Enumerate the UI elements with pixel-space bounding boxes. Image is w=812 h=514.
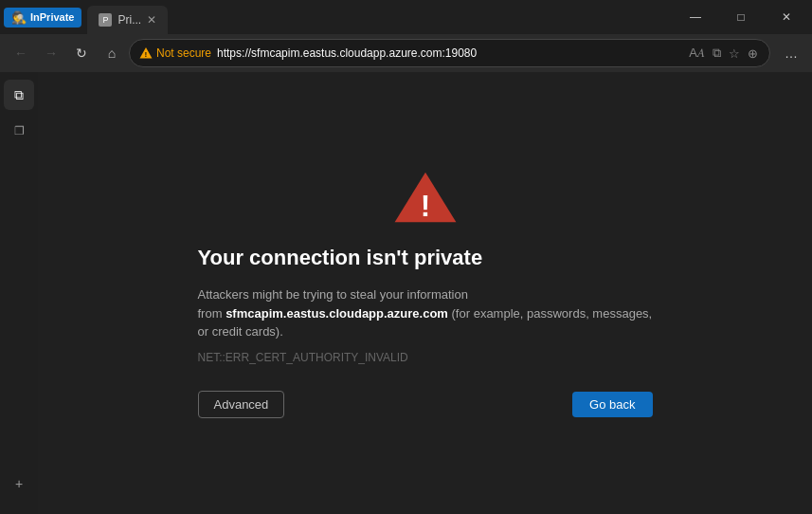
error-actions: Advanced Go back bbox=[198, 391, 653, 418]
tab-close-button[interactable]: ✕ bbox=[147, 13, 156, 27]
home-button[interactable]: ⌂ bbox=[99, 40, 125, 66]
tab-bar: 🕵 InPrivate P Pri... ✕ — □ ✕ bbox=[0, 0, 812, 34]
error-description: Attackers might be trying to steal your … bbox=[198, 285, 653, 341]
sidebar-add-button[interactable]: + bbox=[4, 468, 34, 499]
maximize-button[interactable]: □ bbox=[719, 2, 763, 32]
back-button[interactable]: ← bbox=[8, 40, 34, 66]
collections-icon[interactable]: ⊕ bbox=[746, 45, 760, 63]
tab-favicon: P bbox=[99, 13, 112, 27]
warning-triangle-icon: ! bbox=[392, 168, 459, 227]
url-text: https://sfmcapim.eastus.cloudapp.azure.c… bbox=[217, 46, 681, 60]
browser-tab[interactable]: P Pri... ✕ bbox=[87, 6, 168, 34]
tabs-icon: ⧉ bbox=[14, 87, 24, 103]
nav-actions: … bbox=[778, 40, 804, 66]
refresh-button[interactable]: ↻ bbox=[68, 40, 95, 66]
window-icon: ❐ bbox=[14, 124, 25, 138]
read-aloud-icon[interactable]: A​𝐴 bbox=[687, 44, 707, 63]
sidebar: ⧉ ❐ + bbox=[0, 72, 38, 514]
forward-button[interactable]: → bbox=[38, 40, 64, 66]
security-warning: ! Not secure bbox=[139, 46, 211, 60]
error-code: NET::ERR_CERT_AUTHORITY_INVALID bbox=[198, 351, 408, 364]
error-domain: sfmcapim.eastus.cloudapp.azure.com bbox=[226, 306, 448, 321]
address-bar[interactable]: ! Not secure https://sfmcapim.eastus.clo… bbox=[129, 39, 770, 67]
main-area: ⧉ ❐ + ! Your connection isn't private At… bbox=[0, 72, 812, 514]
nav-bar: ← → ↻ ⌂ ! Not secure https://sfmcapim.ea… bbox=[0, 34, 812, 72]
more-tools-button[interactable]: … bbox=[778, 40, 804, 66]
split-screen-icon[interactable]: ⧉ bbox=[711, 44, 723, 63]
svg-text:!: ! bbox=[145, 51, 147, 58]
favorites-icon[interactable]: ☆ bbox=[727, 45, 742, 63]
sidebar-windows-icon[interactable]: ❐ bbox=[4, 116, 34, 146]
address-icons: A​𝐴 ⧉ ☆ ⊕ bbox=[687, 44, 760, 63]
warning-icon: ! bbox=[139, 46, 153, 60]
go-back-button[interactable]: Go back bbox=[572, 392, 652, 417]
browser-chrome: 🕵 InPrivate P Pri... ✕ — □ ✕ ← → ↻ ⌂ ! N… bbox=[0, 0, 812, 72]
advanced-button[interactable]: Advanced bbox=[198, 391, 285, 418]
error-title: Your connection isn't private bbox=[198, 246, 483, 270]
add-icon: + bbox=[15, 476, 23, 491]
close-button[interactable]: ✕ bbox=[765, 2, 808, 32]
minimize-button[interactable]: — bbox=[674, 2, 717, 32]
tab-label: Pri... bbox=[117, 13, 141, 27]
svg-text:!: ! bbox=[420, 189, 430, 223]
inprivate-icon: 🕵 bbox=[11, 10, 27, 25]
page-content: ! Your connection isn't private Attacker… bbox=[38, 72, 812, 514]
sidebar-tab-icon[interactable]: ⧉ bbox=[4, 80, 34, 110]
error-container: ! Your connection isn't private Attacker… bbox=[179, 149, 672, 437]
inprivate-badge: 🕵 InPrivate bbox=[4, 8, 81, 28]
